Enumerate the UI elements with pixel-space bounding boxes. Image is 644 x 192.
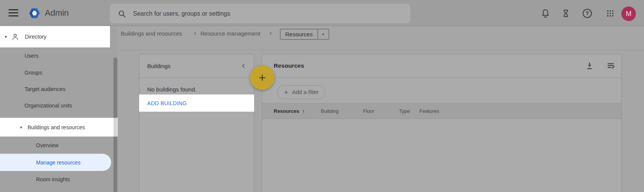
admin-logo-icon — [28, 7, 41, 20]
dropdown-arrow-icon[interactable]: ▾ — [317, 29, 329, 39]
buildings-panel-title: Buildings — [147, 63, 240, 69]
sidebar-item-directory[interactable]: ▾ Directory — [0, 26, 110, 47]
add-building-label: ADD BUILDING — [147, 100, 187, 106]
sidebar-item-label: Groups — [25, 70, 42, 76]
sort-ascending-icon[interactable]: ↑ — [302, 108, 305, 114]
resources-panel-title: Resources — [274, 62, 585, 69]
add-building-button[interactable]: ADD BUILDING — [139, 94, 254, 112]
brand: Admin — [28, 6, 69, 20]
sidebar-item-overview[interactable]: Overview — [0, 137, 118, 154]
help-question-mark: ? — [586, 10, 589, 16]
collapse-panel-chevron-icon[interactable] — [240, 62, 247, 69]
sidebar-item-label: Organizational units — [25, 103, 72, 109]
add-filter-button[interactable]: + Add a filter — [277, 85, 325, 99]
sidebar-item-label: Manage resources — [36, 159, 80, 166]
account-avatar[interactable]: M — [621, 7, 636, 21]
menu-icon[interactable] — [8, 9, 18, 16]
sidebar-item-label: Overview — [36, 142, 58, 148]
breadcrumb-buildings-and-resources[interactable]: Buildings and resources — [121, 30, 182, 37]
column-header-type[interactable]: Type — [399, 108, 410, 114]
sidebar-item-room-insights[interactable]: Room insights — [0, 171, 118, 187]
sidebar-item-target-audiences[interactable]: Target audiences — [0, 81, 118, 97]
tasks-hourglass-icon[interactable] — [560, 8, 571, 19]
column-header-building[interactable]: Building — [321, 108, 338, 114]
download-icon[interactable] — [585, 61, 595, 71]
plus-icon: + — [284, 89, 288, 96]
column-header-resources[interactable]: Resources — [274, 108, 299, 114]
search-bar[interactable] — [110, 4, 410, 23]
sidebar-item-label: Buildings and resources — [28, 124, 85, 130]
breadcrumb-resource-management[interactable]: Resource management — [200, 30, 260, 37]
sidebar-scrollbar-segment[interactable] — [113, 118, 117, 137]
breadcrumb-current-label: Resources — [281, 29, 317, 39]
sidebar-item-buildings-and-resources[interactable]: ▾ Buildings and resources — [0, 118, 118, 137]
add-filter-label: Add a filter — [292, 89, 319, 95]
search-icon — [118, 10, 126, 18]
buildings-empty-state: No buildings found. — [147, 86, 196, 93]
breadcrumb-separator-icon: › — [269, 29, 272, 37]
sidebar-item-label: Users — [25, 53, 39, 59]
sidebar-item-manage-resources-active[interactable]: Manage resources — [0, 154, 111, 171]
column-header-features[interactable]: Features — [419, 108, 439, 114]
resources-table-header: Resources ↑ Building Floor Type Features — [262, 103, 621, 119]
sidebar-item-label: Target audiences — [25, 86, 66, 92]
column-header-floor[interactable]: Floor — [363, 108, 375, 114]
breadcrumb-current-dropdown[interactable]: Resources ▾ — [280, 29, 329, 40]
sidebar-item-groups[interactable]: Groups — [0, 64, 118, 81]
breadcrumb-divider — [118, 50, 644, 50]
help-icon[interactable]: ? — [582, 8, 593, 19]
collapse-caret-icon[interactable]: ▾ — [18, 125, 24, 130]
person-icon — [11, 33, 19, 41]
collapse-caret-icon[interactable]: ▾ — [3, 34, 8, 39]
add-resource-fab[interactable]: + — [250, 65, 274, 90]
edit-columns-icon[interactable] — [606, 61, 616, 71]
admin-console-screen: Admin ? — [0, 0, 644, 192]
buildings-panel: Buildings No buildings found. ADD BUILDI… — [139, 54, 254, 192]
resources-panel-header: Resources — [262, 54, 621, 78]
sidebar: ▾ Directory Users Groups Target audience… — [0, 26, 118, 192]
top-bar: Admin ? — [0, 0, 644, 26]
plus-icon: + — [259, 71, 266, 85]
sidebar-item-label: Directory — [25, 34, 46, 40]
breadcrumb-separator-icon: › — [194, 29, 196, 37]
sidebar-item-label: Room insights — [36, 176, 70, 182]
buildings-panel-header: Buildings — [140, 54, 254, 78]
brand-title: Admin — [45, 8, 69, 18]
sidebar-item-organizational-units[interactable]: Organizational units — [0, 97, 118, 114]
search-input[interactable] — [132, 10, 403, 18]
resources-panel: Resources + Add a filter Resources — [262, 54, 622, 192]
sidebar-item-users[interactable]: Users — [0, 47, 118, 64]
apps-grid-icon[interactable] — [605, 8, 616, 19]
notifications-bell-icon[interactable] — [540, 8, 551, 19]
